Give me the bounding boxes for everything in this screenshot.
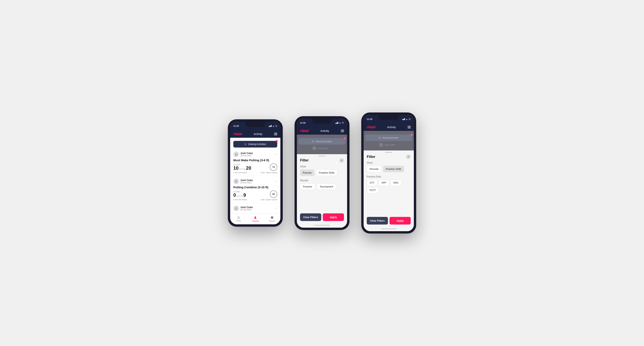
close-btn-3[interactable]: ✕: [406, 154, 411, 159]
user-date-2: 28 Feb 2023: [240, 182, 253, 184]
backdrop-banner-2: ⊞ Viewing Activities: [298, 138, 346, 145]
avatar-1: 🏌: [233, 152, 239, 157]
app-title-3: Activity: [387, 126, 396, 129]
filter-sheet-2: Filter ✕ Show Rounds Practice Drills Rou…: [297, 154, 347, 228]
signal-bars-1: [269, 125, 272, 127]
card-footer-2: ℹ Test Information Data: Clippd Capture: [233, 199, 277, 201]
practice-type-btn-2[interactable]: Practice: [300, 183, 315, 190]
dots-menu-3[interactable]: ···: [274, 206, 277, 210]
card-header-3: 🏌 Josh Coles 28 Feb 2023 ···: [233, 205, 277, 211]
filter-header-2: Filter ✕: [297, 158, 347, 165]
tournament-btn-2[interactable]: Tournament: [317, 183, 336, 190]
phone-2-inner: 11:33 ▲ 31 clippd Activity: [297, 119, 347, 228]
menu-icon-3[interactable]: [408, 126, 411, 128]
status-right-1: ▲ 31: [269, 125, 277, 127]
battery-1: 31: [275, 125, 277, 127]
close-btn-2[interactable]: ✕: [339, 158, 344, 163]
user-date-3: 28 Feb 2023: [240, 209, 253, 211]
status-bar-3: 11:33 ▲ 31: [364, 115, 414, 123]
red-dot-1: [276, 140, 278, 142]
drill-btn-row-3: OTT APP ARG PUTT: [367, 180, 411, 193]
capture-icon-1: ⊕: [270, 215, 274, 220]
dots-menu-1[interactable]: ···: [274, 153, 277, 156]
drill-btn-ott[interactable]: OTT: [367, 180, 377, 186]
time-1: 11:33: [233, 125, 239, 127]
clear-filters-btn-2[interactable]: Clear Filters: [300, 213, 321, 221]
wifi-icon-2: ▲: [339, 122, 341, 124]
show-btn-row-3: Rounds Practice Drills: [367, 166, 411, 172]
spacer-3: [364, 196, 414, 212]
rounds-btn-2[interactable]: Rounds: [300, 170, 314, 176]
spacer-2: [297, 193, 347, 209]
avatar-3: 🏌: [233, 205, 239, 211]
user-date-1: 28 Feb 2023: [240, 155, 253, 157]
notch-1: [246, 122, 265, 127]
drill-btn-app[interactable]: APP: [378, 180, 389, 186]
viewing-banner-1[interactable]: ⊞ Viewing Activities: [233, 141, 277, 148]
phone-1-inner: 11:33 ▲ 31 clippd Activity: [230, 122, 280, 224]
nav-activities-1[interactable]: ♟ Activities: [247, 215, 264, 222]
practice-drills-btn-3[interactable]: Practice Drills: [383, 166, 404, 172]
screens-container: 11:33 ▲ 31 clippd Activity: [228, 112, 416, 234]
filter-sheet-3: Filter ✕ Show Rounds Practice Drills Pra…: [364, 151, 414, 231]
app-logo-2: clippd: [300, 129, 309, 133]
handle-bar-2: [318, 156, 326, 157]
status-right-2: ▲ 31: [335, 122, 344, 124]
filter-title-3: Filter: [367, 155, 375, 159]
user-info-1: 🏌 Josh Coles 28 Feb 2023: [233, 152, 253, 157]
drills-section-3: Practice Drills OTT APP ARG PUTT: [364, 175, 414, 196]
clear-filters-btn-3[interactable]: Clear Filters: [367, 217, 388, 224]
phone-2: 11:33 ▲ 31 clippd Activity: [294, 116, 350, 230]
activities-icon-1: ♟: [254, 215, 257, 220]
menu-icon-2[interactable]: [341, 130, 344, 132]
show-section-2: Show Rounds Practice Drills: [297, 165, 347, 179]
user-info-2: 🏌 Josh Coles 28 Feb 2023: [233, 178, 253, 184]
avatar-2: 🏌: [233, 178, 239, 184]
dots-menu-2[interactable]: ···: [274, 179, 277, 183]
time-2: 11:33: [300, 122, 306, 124]
nav-capture-1[interactable]: ⊕ Capture: [264, 215, 280, 222]
signal-bars-3: [402, 118, 405, 120]
menu-icon-1[interactable]: [274, 133, 277, 135]
filter-actions-2: Clear Filters Apply: [297, 210, 347, 224]
app-logo-3: clippd: [367, 125, 375, 129]
user-name-1: Josh Coles: [240, 152, 253, 155]
viewing-banner-text-1: Viewing Activities: [248, 143, 266, 146]
rounds-btn-3[interactable]: Rounds: [367, 166, 382, 172]
activities-list-1: 🏌 Josh Coles 28 Feb 2023 ··· Must Make P…: [230, 149, 280, 213]
card-footer-1: ℹ Test Information Data: Clippd Capture: [233, 172, 277, 173]
status-bar-1: 11:33 ▲ 31: [230, 122, 280, 130]
shot-quality-badge-2: 45: [270, 190, 277, 198]
signal-bars-2: [335, 122, 338, 124]
stats-row-2: Score 0 OUT OF 9 45: [233, 190, 277, 198]
card-header-1: 🏌 Josh Coles 28 Feb 2023 ···: [233, 152, 277, 157]
rounds-section-label-2: Rounds: [300, 179, 344, 182]
shot-quality-badge-1: 75: [270, 164, 277, 171]
handle-bar-3: [385, 152, 392, 153]
drill-btn-putt[interactable]: PUTT: [367, 187, 379, 193]
drill-btn-arg[interactable]: ARG: [390, 180, 401, 186]
app-title-1: Activity: [254, 133, 262, 136]
wifi-icon-3: ▲: [406, 118, 408, 120]
notch-2: [312, 119, 332, 124]
app-header-3: clippd Activity: [364, 123, 414, 131]
practice-drills-btn-2[interactable]: Practice Drills: [316, 170, 337, 176]
apply-btn-2[interactable]: Apply: [323, 213, 344, 221]
rounds-section-2: Rounds Practice Tournament: [297, 179, 347, 193]
battery-3: 31: [408, 118, 411, 120]
nav-activities-label-1: Activities: [252, 220, 259, 222]
nav-home-label-1: Home: [236, 220, 241, 222]
nav-home-1[interactable]: ⌂ Home: [230, 215, 247, 222]
show-section-3: Show Rounds Practice Drills: [364, 162, 414, 175]
filter-header-3: Filter ✕: [364, 154, 414, 162]
wifi-icon-1: ▲: [272, 125, 274, 127]
app-header-2: clippd Activity: [297, 127, 347, 135]
apply-btn-3[interactable]: Apply: [390, 217, 411, 224]
activity-card-1: 🏌 Josh Coles 28 Feb 2023 ··· Must Make P…: [232, 149, 279, 176]
filter-backdrop-2: ⊞ Viewing Activities 🏌 Josh Coles ···: [297, 135, 347, 154]
app-header-1: clippd Activity: [230, 130, 280, 138]
user-name-2: Josh Coles: [240, 179, 253, 182]
show-label-3: Show: [367, 162, 411, 164]
filter-handle-2: [297, 154, 347, 158]
filter-title-2: Filter: [300, 158, 309, 163]
